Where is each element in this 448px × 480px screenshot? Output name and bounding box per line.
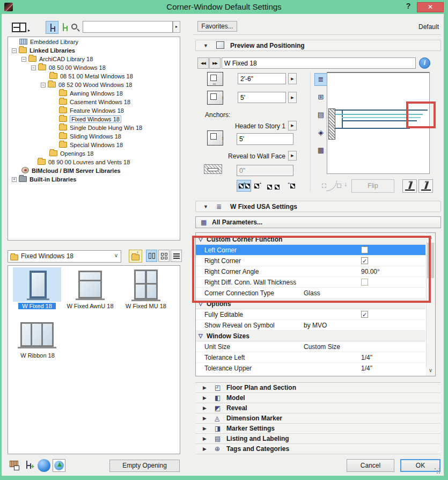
collapse-expander[interactable]: − — [21, 57, 26, 62]
add-object-button[interactable]: + — [24, 460, 35, 471]
width-field[interactable] — [238, 73, 286, 84]
resize-grip[interactable] — [435, 468, 436, 469]
empty-opening-button[interactable]: Empty Opening — [109, 460, 180, 472]
collapse-expander[interactable]: − — [41, 83, 46, 88]
anchor-option-2-button[interactable]: + — [254, 182, 262, 190]
tree-item-metal-windows[interactable]: 08 51 00 Metal Windows 18 — [49, 72, 133, 81]
view-mode-grid-button[interactable] — [158, 250, 170, 262]
view-preview-button[interactable]: ▦ — [314, 144, 327, 157]
section-open-icon[interactable]: ▼ — [203, 204, 208, 209]
cancel-button[interactable]: Cancel — [347, 459, 394, 472]
collapsed-arrow-icon[interactable]: ▶ — [203, 383, 207, 393]
section-open-icon[interactable]: ▼ — [203, 43, 208, 48]
section-model[interactable]: ▶◧Model — [195, 393, 441, 403]
view-mode-list-button[interactable] — [171, 250, 182, 262]
param-row-tolerance-upper[interactable]: Tolerance Upper1/4" — [196, 363, 425, 374]
tree-item-awning-windows[interactable]: Awning Windows 18 — [59, 89, 123, 98]
section-floor-plan-and-section[interactable]: ▶◰Floor Plan and Section — [195, 383, 441, 393]
param-row-tolerance-left[interactable]: Tolerance Left1/4" — [196, 352, 425, 363]
param-value[interactable]: by MVO — [304, 320, 327, 331]
view-plan-button[interactable]: ≣ — [314, 73, 327, 86]
tree-item-single-double-hung[interactable]: Single Double Hung Win 18 — [59, 123, 142, 132]
collapsed-arrow-icon[interactable]: ▶ — [203, 434, 207, 444]
load-object-button-active[interactable] — [46, 21, 58, 34]
anchor-option-5-button[interactable]: + — [288, 182, 295, 190]
view-mode-columns-button[interactable] — [146, 250, 157, 262]
next-object-button[interactable]: ▶▶ — [209, 57, 221, 69]
tree-item-linked-libraries[interactable]: −Linked Libraries — [12, 46, 75, 55]
fully-editable-checkbox[interactable]: ✓ — [361, 311, 368, 318]
collapse-expander[interactable]: − — [31, 66, 36, 70]
thumbnail-label[interactable]: W Fixed AwnU 18 — [63, 303, 117, 309]
width-flyout-button[interactable]: ▶ — [288, 73, 297, 84]
collapsed-arrow-icon[interactable]: ▶ — [203, 393, 207, 403]
tree-item-bimcloud[interactable]: BIMcloud / BIM Server Libraries — [21, 166, 121, 175]
scroll-down-button[interactable]: ∨ — [426, 367, 435, 375]
anchor-option-4-button[interactable] — [275, 183, 280, 191]
thumbnail-label[interactable]: W Ribbon 18 — [15, 352, 60, 359]
thumbnail-w-ribbon-18[interactable] — [20, 322, 54, 347]
search-flyout-button[interactable]: ▸ — [173, 21, 180, 33]
param-group-window-sizes[interactable]: ▽Window Sizes — [196, 331, 425, 341]
tree-item-archicad-library[interactable]: −ArchiCAD Library 18 — [21, 55, 93, 63]
close-button[interactable]: ✕ — [417, 2, 444, 12]
internet-library-icon[interactable] — [38, 459, 50, 472]
go-up-button[interactable]: ↑ — [129, 250, 142, 263]
favorites-button[interactable]: Favorites... — [197, 21, 237, 32]
anchor-option-center-button[interactable]: + — [237, 180, 251, 192]
load-other-object-button[interactable] — [60, 22, 70, 33]
collapsed-arrow-icon[interactable]: ▶ — [203, 444, 207, 454]
thumbnail-w-fixed-18[interactable] — [30, 271, 47, 299]
anchor-option-3-button[interactable] — [267, 183, 272, 191]
tree-item-fixed-windows[interactable]: Fixed Windows 18 — [59, 115, 121, 123]
info-button[interactable]: i — [419, 57, 430, 69]
height-flyout-button[interactable]: ▶ — [288, 92, 297, 103]
section-preview-and-positioning[interactable]: ▼ Preview and Positioning — [195, 40, 441, 51]
layout-flyout-arrow-icon[interactable]: ▸ — [28, 28, 30, 33]
tree-item-embedded-library[interactable]: Embedded Library — [19, 38, 78, 46]
view-side-button[interactable]: ▤ — [314, 109, 327, 122]
section-listing-and-labeling[interactable]: ▶▤Listing and Labeling — [195, 434, 441, 444]
upload-library-button[interactable] — [53, 459, 65, 472]
all-parameters-button[interactable]: ▦ All Parameters... — [195, 216, 441, 228]
ok-button[interactable]: OK — [400, 459, 440, 472]
collapsed-arrow-icon[interactable]: ▶ — [203, 403, 207, 413]
group-open-icon[interactable]: ▽ — [199, 331, 203, 341]
search-input[interactable] — [83, 21, 173, 33]
param-row-fully-editable[interactable]: Fully Editable✓ — [196, 309, 425, 320]
param-row-show-reveal-on-symbol[interactable]: Show Reveal on Symbolby MVO — [196, 320, 425, 331]
view-front-button[interactable]: ⊞ — [314, 91, 327, 104]
param-value[interactable]: Custom Size — [304, 341, 340, 352]
object-name-field[interactable] — [222, 57, 416, 69]
header-anchor-flyout-button[interactable]: ▶ — [288, 121, 297, 130]
section-reveal[interactable]: ▶◩Reveal — [195, 403, 441, 413]
folder-select[interactable]: Fixed Windows 18 ∨ — [8, 250, 121, 263]
tree-item-08-50-00-windows[interactable]: −08 50 00 Windows 18 — [31, 63, 106, 72]
tree-item-special-windows[interactable]: Special Windows 18 — [59, 141, 123, 149]
header-height-field[interactable] — [237, 133, 293, 145]
section-marker-settings[interactable]: ▶◨Marker Settings — [195, 424, 441, 434]
reveal-anchor-flyout-button[interactable]: ▶ — [288, 151, 297, 161]
library-manager-button[interactable] — [9, 460, 20, 471]
tree-item-openings[interactable]: Openings 18 — [49, 149, 93, 158]
collapsed-arrow-icon[interactable]: ▶ — [203, 413, 207, 424]
param-value[interactable]: 1/4" — [361, 352, 372, 363]
tree-item-louvres-and-vents[interactable]: 08 90 00 Louvres and Vents 18 — [38, 158, 130, 166]
tree-item-sliding-windows[interactable]: Sliding Windows 18 — [59, 132, 121, 141]
tree-item-casement-windows[interactable]: Casement Windows 18 — [59, 98, 130, 106]
collapsed-arrow-icon[interactable]: ▶ — [203, 424, 207, 434]
library-view-layout-icon[interactable] — [12, 23, 26, 32]
thumbnail-w-fixed-awnu-18[interactable] — [78, 271, 102, 299]
orientation-right-button-active[interactable] — [418, 179, 433, 193]
section-tags-and-categories[interactable]: ▶⊕Tags and Categories — [195, 444, 441, 454]
param-row-unit-size[interactable]: Unit SizeCustom Size — [196, 341, 425, 352]
collapse-expander[interactable]: − — [12, 48, 17, 53]
section-w-fixed-usa-settings[interactable]: ▼ ≣ W Fixed USA Settings — [195, 201, 441, 212]
help-button[interactable]: ? — [403, 2, 413, 12]
expand-expander[interactable]: + — [12, 177, 17, 182]
orientation-left-button[interactable] — [402, 179, 417, 193]
previous-object-button[interactable]: ◀◀ — [197, 57, 209, 69]
tree-item-built-in-libraries[interactable]: +Built-in Libraries — [12, 175, 76, 184]
view-3d-button[interactable]: ◈ — [314, 127, 327, 140]
thumbnail-w-fixed-mu-18[interactable] — [134, 270, 158, 300]
